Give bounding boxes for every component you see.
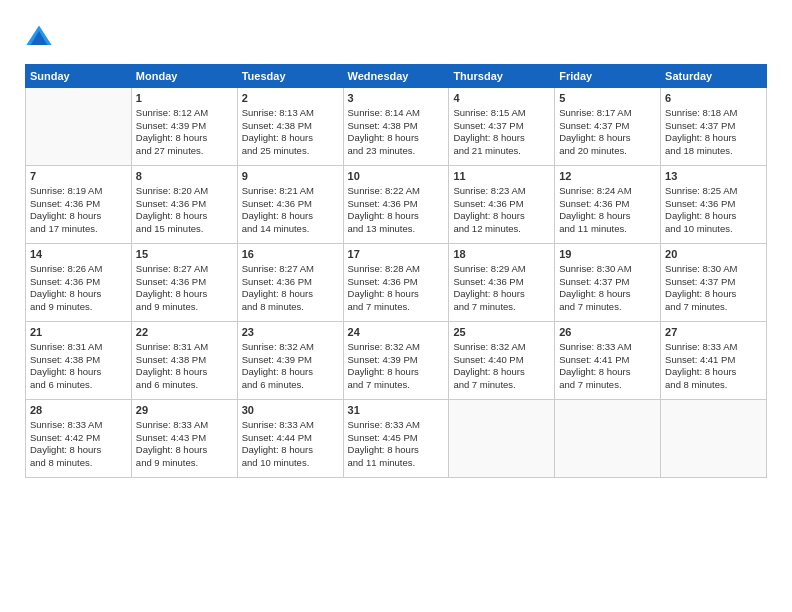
day-info: and 18 minutes.: [665, 145, 762, 158]
calendar-header: SundayMondayTuesdayWednesdayThursdayFrid…: [26, 65, 767, 88]
calendar-cell: 30Sunrise: 8:33 AMSunset: 4:44 PMDayligh…: [237, 400, 343, 478]
day-info: Sunset: 4:36 PM: [348, 198, 445, 211]
day-info: and 6 minutes.: [30, 379, 127, 392]
page: SundayMondayTuesdayWednesdayThursdayFrid…: [0, 0, 792, 612]
header: [25, 20, 767, 52]
calendar-cell: 8Sunrise: 8:20 AMSunset: 4:36 PMDaylight…: [131, 166, 237, 244]
day-info: and 25 minutes.: [242, 145, 339, 158]
day-info: and 14 minutes.: [242, 223, 339, 236]
day-info: Sunrise: 8:24 AM: [559, 185, 656, 198]
day-info: and 20 minutes.: [559, 145, 656, 158]
day-number: 24: [348, 325, 445, 340]
calendar-cell: [661, 400, 767, 478]
day-info: Daylight: 8 hours: [136, 366, 233, 379]
calendar-cell: 31Sunrise: 8:33 AMSunset: 4:45 PMDayligh…: [343, 400, 449, 478]
day-info: Sunset: 4:45 PM: [348, 432, 445, 445]
calendar-cell: 26Sunrise: 8:33 AMSunset: 4:41 PMDayligh…: [555, 322, 661, 400]
day-info: Sunset: 4:38 PM: [242, 120, 339, 133]
calendar-cell: 12Sunrise: 8:24 AMSunset: 4:36 PMDayligh…: [555, 166, 661, 244]
calendar-cell: 17Sunrise: 8:28 AMSunset: 4:36 PMDayligh…: [343, 244, 449, 322]
day-info: and 6 minutes.: [136, 379, 233, 392]
day-info: Sunrise: 8:33 AM: [559, 341, 656, 354]
week-row-4: 28Sunrise: 8:33 AMSunset: 4:42 PMDayligh…: [26, 400, 767, 478]
calendar-table: SundayMondayTuesdayWednesdayThursdayFrid…: [25, 64, 767, 478]
day-info: Sunrise: 8:30 AM: [665, 263, 762, 276]
calendar-cell: [555, 400, 661, 478]
day-info: Daylight: 8 hours: [30, 210, 127, 223]
day-info: Sunrise: 8:15 AM: [453, 107, 550, 120]
day-info: Daylight: 8 hours: [665, 288, 762, 301]
calendar-cell: 18Sunrise: 8:29 AMSunset: 4:36 PMDayligh…: [449, 244, 555, 322]
week-row-3: 21Sunrise: 8:31 AMSunset: 4:38 PMDayligh…: [26, 322, 767, 400]
calendar-cell: 1Sunrise: 8:12 AMSunset: 4:39 PMDaylight…: [131, 88, 237, 166]
day-info: Sunset: 4:37 PM: [559, 120, 656, 133]
calendar-cell: 5Sunrise: 8:17 AMSunset: 4:37 PMDaylight…: [555, 88, 661, 166]
day-header-friday: Friday: [555, 65, 661, 88]
day-info: Sunset: 4:37 PM: [665, 120, 762, 133]
day-info: Sunrise: 8:33 AM: [665, 341, 762, 354]
day-info: Daylight: 8 hours: [665, 210, 762, 223]
day-info: Sunrise: 8:31 AM: [30, 341, 127, 354]
day-info: and 7 minutes.: [559, 379, 656, 392]
day-info: Sunrise: 8:33 AM: [30, 419, 127, 432]
day-info: Sunrise: 8:20 AM: [136, 185, 233, 198]
day-info: and 7 minutes.: [453, 301, 550, 314]
day-header-wednesday: Wednesday: [343, 65, 449, 88]
calendar-cell: 29Sunrise: 8:33 AMSunset: 4:43 PMDayligh…: [131, 400, 237, 478]
day-info: Daylight: 8 hours: [30, 366, 127, 379]
day-info: Sunset: 4:39 PM: [242, 354, 339, 367]
day-number: 16: [242, 247, 339, 262]
day-header-thursday: Thursday: [449, 65, 555, 88]
day-info: Sunset: 4:37 PM: [559, 276, 656, 289]
day-info: Daylight: 8 hours: [559, 288, 656, 301]
day-info: Daylight: 8 hours: [453, 366, 550, 379]
day-info: Sunrise: 8:22 AM: [348, 185, 445, 198]
day-number: 30: [242, 403, 339, 418]
day-info: Sunrise: 8:21 AM: [242, 185, 339, 198]
day-info: and 11 minutes.: [348, 457, 445, 470]
day-info: Sunrise: 8:27 AM: [136, 263, 233, 276]
day-number: 4: [453, 91, 550, 106]
day-info: Daylight: 8 hours: [348, 366, 445, 379]
day-info: Daylight: 8 hours: [348, 288, 445, 301]
day-number: 8: [136, 169, 233, 184]
day-info: Sunrise: 8:33 AM: [242, 419, 339, 432]
day-info: Daylight: 8 hours: [242, 444, 339, 457]
calendar-cell: 4Sunrise: 8:15 AMSunset: 4:37 PMDaylight…: [449, 88, 555, 166]
logo-icon: [25, 24, 53, 52]
day-info: Sunset: 4:36 PM: [136, 276, 233, 289]
calendar-cell: [449, 400, 555, 478]
day-info: and 15 minutes.: [136, 223, 233, 236]
day-number: 2: [242, 91, 339, 106]
day-info: Sunset: 4:36 PM: [136, 198, 233, 211]
day-info: Daylight: 8 hours: [242, 132, 339, 145]
calendar-cell: 14Sunrise: 8:26 AMSunset: 4:36 PMDayligh…: [26, 244, 132, 322]
day-info: Sunrise: 8:26 AM: [30, 263, 127, 276]
day-number: 10: [348, 169, 445, 184]
day-info: and 8 minutes.: [30, 457, 127, 470]
calendar-cell: 15Sunrise: 8:27 AMSunset: 4:36 PMDayligh…: [131, 244, 237, 322]
day-info: and 12 minutes.: [453, 223, 550, 236]
day-info: Sunrise: 8:32 AM: [242, 341, 339, 354]
day-info: Daylight: 8 hours: [136, 288, 233, 301]
day-info: Daylight: 8 hours: [559, 132, 656, 145]
day-header-tuesday: Tuesday: [237, 65, 343, 88]
day-number: 26: [559, 325, 656, 340]
day-info: Daylight: 8 hours: [136, 444, 233, 457]
week-row-2: 14Sunrise: 8:26 AMSunset: 4:36 PMDayligh…: [26, 244, 767, 322]
day-info: Sunset: 4:36 PM: [30, 198, 127, 211]
day-number: 14: [30, 247, 127, 262]
day-info: Sunrise: 8:27 AM: [242, 263, 339, 276]
day-info: Daylight: 8 hours: [348, 210, 445, 223]
day-info: Sunset: 4:40 PM: [453, 354, 550, 367]
day-info: Sunset: 4:37 PM: [453, 120, 550, 133]
day-number: 12: [559, 169, 656, 184]
calendar-cell: 25Sunrise: 8:32 AMSunset: 4:40 PMDayligh…: [449, 322, 555, 400]
day-info: Sunset: 4:38 PM: [30, 354, 127, 367]
day-info: Sunset: 4:41 PM: [559, 354, 656, 367]
day-info: Sunset: 4:36 PM: [453, 198, 550, 211]
day-number: 21: [30, 325, 127, 340]
day-info: Sunset: 4:36 PM: [242, 198, 339, 211]
day-number: 31: [348, 403, 445, 418]
day-info: and 11 minutes.: [559, 223, 656, 236]
